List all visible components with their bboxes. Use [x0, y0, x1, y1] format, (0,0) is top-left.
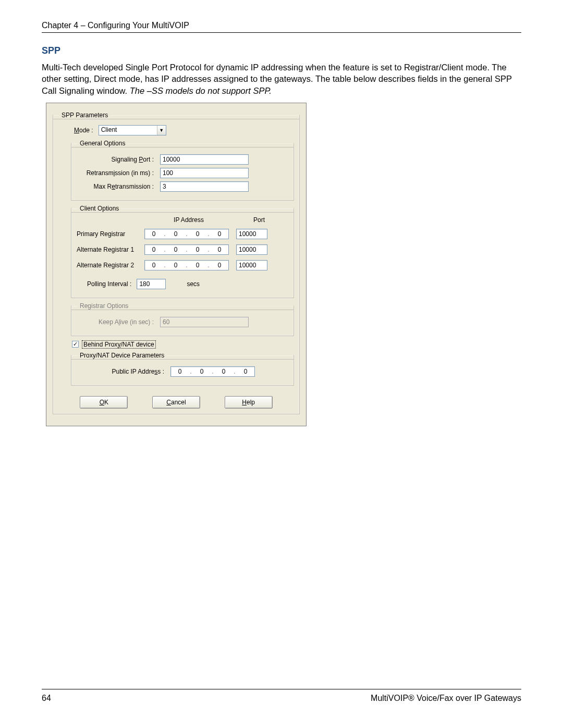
general-options-group: General Options Signaling Port : Retrans… [71, 140, 294, 201]
mode-label: Mode : [74, 127, 93, 134]
retransmission-label: Retransmission (in ms) : [77, 169, 160, 177]
paragraph-text: Multi-Tech developed Single Port Protoco… [42, 63, 512, 95]
registrar-options-group: Registrar Options Keep Alive (in sec) : [71, 302, 294, 336]
alt-registrar-2-row: Alternate Registrar 2 . . . [77, 260, 288, 270]
ip-address-header: IP Address [144, 216, 233, 224]
help-button[interactable]: Help [225, 396, 273, 409]
polling-interval-row: Polling Interval : secs [87, 279, 288, 289]
t: e [112, 183, 115, 190]
t: ancel [171, 399, 186, 406]
ip-octet[interactable] [167, 245, 185, 254]
ip-octet[interactable] [211, 245, 228, 254]
t: transmission : [115, 183, 154, 190]
ip-octet[interactable] [237, 367, 254, 376]
primary-registrar-ip[interactable]: . . . [144, 229, 229, 239]
client-options-legend: Client Options [78, 205, 121, 212]
t: s : [157, 368, 164, 375]
mode-dropdown[interactable]: Client ▼ [99, 125, 166, 135]
cancel-button[interactable]: Cancel [152, 396, 200, 409]
section-title: SPP [42, 45, 521, 56]
primary-registrar-port[interactable] [236, 229, 267, 239]
port-header: Port [240, 216, 278, 224]
ip-octet[interactable] [211, 229, 228, 239]
ip-octet[interactable] [145, 229, 163, 239]
max-retransmission-input[interactable] [160, 181, 249, 192]
t: /NAT device [120, 341, 154, 348]
general-options-legend: General Options [78, 140, 127, 147]
spp-dialog: SPP Parameters Mode : Client ▼ General O… [46, 103, 307, 426]
ip-octet[interactable] [189, 229, 206, 239]
proxy-nat-group: Proxy/NAT Device Parameters Public IP Ad… [71, 352, 294, 386]
max-retransmission-label: Max Retransmission : [77, 183, 160, 190]
paragraph-emphasis: The –SS models do not support SPP. [130, 86, 272, 95]
t: Behind Prox [83, 341, 117, 348]
t: Retransm [87, 169, 114, 177]
behind-proxy-checkbox[interactable]: ✓ [72, 341, 79, 348]
alt-registrar-1-label: Alternate Registrar 1 [77, 246, 144, 253]
ip-octet[interactable] [145, 261, 163, 270]
chevron-down-icon[interactable]: ▼ [157, 126, 166, 135]
ok-button[interactable]: OK [80, 396, 128, 409]
alt-registrar-1-row: Alternate Registrar 1 . . . [77, 244, 288, 255]
ip-octet[interactable] [189, 261, 206, 270]
mode-row: Mode : Client ▼ [74, 125, 294, 135]
registrar-options-legend: Registrar Options [78, 302, 130, 310]
ip-octet[interactable] [167, 229, 185, 239]
ip-octet[interactable] [171, 367, 189, 376]
client-column-headers: IP Address Port [77, 216, 288, 224]
keep-alive-input [160, 317, 249, 327]
client-options-group: Client Options IP Address Port Primary R… [71, 205, 294, 298]
t: ort : [143, 156, 154, 163]
ip-octet[interactable] [167, 261, 185, 270]
polling-interval-input[interactable] [137, 279, 166, 289]
page-number: 64 [42, 694, 51, 703]
section-paragraph: Multi-Tech developed Single Port Protoco… [42, 61, 521, 96]
t: elp [247, 399, 255, 406]
t: H [242, 399, 247, 406]
dialog-buttons: OK Cancel Help [58, 396, 294, 409]
t: Keep A [99, 318, 119, 326]
t: K [104, 399, 108, 406]
alt-registrar-1-ip[interactable]: . . . [144, 244, 229, 255]
spp-parameters-legend: SPP Parameters [59, 112, 110, 119]
polling-interval-label: Polling Interval : [87, 280, 131, 288]
t: O [100, 399, 104, 406]
chapter-header: Chapter 4 – Configuring Your MultiVOIP [42, 21, 521, 33]
mode-label-u: M [74, 127, 79, 134]
primary-registrar-label: Primary Registrar [77, 230, 144, 238]
ip-octet[interactable] [145, 245, 163, 254]
public-ip-input[interactable]: . . . [170, 366, 255, 377]
alt-registrar-2-ip[interactable]: . . . [144, 260, 229, 270]
mode-label-post: ode : [79, 127, 93, 134]
t: C [166, 399, 171, 406]
alt-registrar-2-label: Alternate Registrar 2 [77, 262, 144, 269]
book-title: MultiVOIP® Voice/Fax over IP Gateways [371, 694, 521, 703]
behind-proxy-label[interactable]: Behind Proxy/NAT device [82, 340, 156, 349]
t: ssion (in ms) : [115, 169, 154, 177]
alt-registrar-1-port[interactable] [236, 244, 267, 255]
t: Public IP Addre [112, 368, 154, 375]
retransmission-input[interactable] [160, 168, 249, 178]
primary-registrar-row: Primary Registrar . . . [77, 229, 288, 239]
t: ive (in sec) : [120, 318, 154, 326]
behind-proxy-checkbox-row: ✓ Behind Proxy/NAT device [72, 340, 294, 349]
spp-parameters-group: SPP Parameters Mode : Client ▼ General O… [53, 112, 300, 414]
signaling-port-label: Signaling Port : [77, 156, 160, 163]
alt-registrar-2-port[interactable] [236, 260, 267, 270]
t: Max R [94, 183, 112, 190]
t: Signaling [112, 156, 139, 163]
ip-octet[interactable] [215, 367, 232, 376]
polling-interval-unit: secs [187, 280, 200, 288]
mode-dropdown-value: Client [99, 126, 157, 135]
proxy-nat-legend: Proxy/NAT Device Parameters [78, 352, 166, 359]
ip-octet[interactable] [189, 245, 206, 254]
signaling-port-input[interactable] [160, 154, 249, 165]
keep-alive-label: Keep Alive (in sec) : [77, 318, 160, 326]
ip-octet[interactable] [193, 367, 211, 376]
public-ip-label: Public IP Address : [77, 368, 170, 375]
ip-octet[interactable] [211, 261, 228, 270]
page-footer: 64 MultiVOIP® Voice/Fax over IP Gateways [42, 689, 521, 703]
